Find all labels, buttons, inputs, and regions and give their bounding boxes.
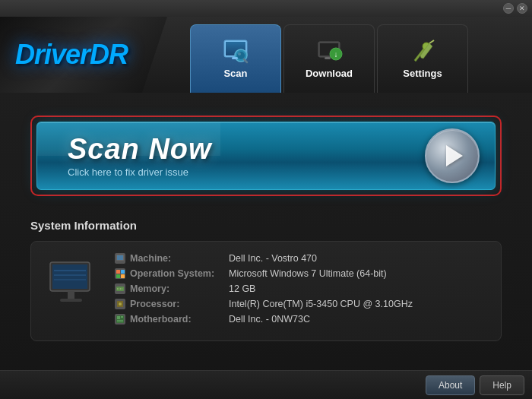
scan-tab-icon: [221, 39, 250, 68]
svg-rect-31: [119, 288, 119, 290]
minimize-button[interactable]: ─: [503, 3, 514, 14]
svg-rect-12: [325, 57, 331, 59]
os-value: Microsoft Windows 7 Ultimate (64-bit): [229, 268, 387, 279]
os-label: Operation System:: [130, 268, 229, 279]
app-logo: DriverDR: [15, 39, 128, 71]
main-content: Scan Now Click here to fix driver issue …: [0, 93, 532, 399]
title-bar: ─ ✕: [0, 0, 532, 17]
monitor-icon: [46, 261, 100, 309]
processor-label: Processor:: [130, 299, 229, 309]
scan-text-area: Scan Now Click here to fix driver issue: [68, 134, 425, 179]
system-info-section: System Information: [30, 219, 502, 341]
memory-label: Memory:: [130, 283, 229, 294]
svg-rect-28: [121, 274, 125, 278]
sys-info-content: Machine: Dell Inc. - Vostro 470 Operatio…: [115, 253, 486, 329]
system-info-box: Machine: Dell Inc. - Vostro 470 Operatio…: [30, 241, 502, 341]
motherboard-icon: [115, 314, 125, 325]
svg-rect-36: [119, 302, 122, 306]
svg-rect-26: [121, 270, 125, 274]
svg-rect-21: [60, 299, 82, 302]
svg-rect-18: [54, 274, 86, 276]
close-button[interactable]: ✕: [517, 3, 527, 14]
machine-label: Machine:: [130, 253, 229, 264]
processor-icon: [115, 299, 125, 309]
svg-rect-40: [117, 320, 123, 321]
svg-rect-25: [116, 270, 120, 274]
scan-now-wrapper: Scan Now Click here to fix driver issue: [30, 116, 502, 196]
sys-info-processor-row: Processor: Intel(R) Core(TM) i5-3450 CPU…: [115, 299, 486, 309]
svg-text:↓: ↓: [334, 50, 338, 59]
svg-rect-20: [68, 291, 74, 299]
svg-rect-23: [117, 255, 123, 260]
scan-play-button[interactable]: [425, 128, 480, 183]
sys-info-machine-row: Machine: Dell Inc. - Vostro 470: [115, 253, 486, 264]
sys-info-memory-row: Memory: 12 GB: [115, 283, 486, 294]
svg-rect-39: [121, 316, 123, 318]
play-triangle-icon: [446, 145, 463, 166]
settings-tab-icon: [408, 39, 437, 68]
machine-value: Dell Inc. - Vostro 470: [229, 253, 317, 264]
nav-tabs: Scan ↓ Download: [190, 17, 470, 93]
svg-line-14: [429, 40, 434, 43]
tab-download[interactable]: ↓ Download: [283, 24, 375, 93]
machine-icon: [115, 253, 125, 264]
svg-rect-33: [122, 288, 122, 290]
svg-rect-41: [117, 321, 123, 322]
download-tab-label: Download: [306, 68, 353, 79]
system-info-title: System Information: [30, 219, 502, 232]
sys-info-motherboard-row: Motherboard: Dell Inc. - 0NW73C: [115, 314, 486, 325]
memory-value: 12 GB: [229, 283, 255, 294]
download-tab-icon: ↓: [315, 39, 344, 68]
header: DriverDR: [0, 17, 532, 93]
motherboard-value: Dell Inc. - 0NW73C: [229, 314, 310, 325]
about-button[interactable]: About: [426, 375, 475, 395]
scan-sub-text: Click here to fix driver issue: [68, 166, 425, 178]
svg-rect-32: [120, 288, 121, 290]
help-button[interactable]: Help: [480, 375, 524, 395]
svg-point-4: [237, 52, 245, 59]
svg-rect-7: [232, 57, 238, 59]
scan-main-text: Scan Now: [68, 134, 425, 166]
svg-point-5: [238, 52, 241, 55]
svg-rect-38: [117, 316, 120, 319]
sys-info-os-row: Operation System: Microsoft Windows 7 Ul…: [115, 268, 486, 279]
processor-value: Intel(R) Core(TM) i5-3450 CPU @ 3.10GHz: [229, 299, 413, 309]
os-icon: [115, 268, 125, 279]
svg-line-6: [244, 59, 247, 62]
tab-scan[interactable]: Scan: [190, 24, 281, 93]
scan-tab-label: Scan: [223, 68, 247, 79]
svg-rect-30: [117, 288, 118, 290]
bottom-bar: About Help: [0, 370, 532, 399]
svg-rect-27: [116, 274, 120, 278]
logo-area: DriverDR: [0, 17, 167, 93]
svg-rect-24: [119, 261, 122, 262]
memory-icon: [115, 283, 125, 294]
svg-rect-17: [54, 270, 86, 271]
svg-rect-16: [52, 264, 87, 289]
tab-settings[interactable]: Settings: [377, 24, 468, 93]
svg-rect-19: [54, 279, 86, 280]
settings-tab-label: Settings: [403, 68, 442, 79]
motherboard-label: Motherboard:: [130, 314, 229, 325]
scan-now-button[interactable]: Scan Now Click here to fix driver issue: [36, 122, 496, 190]
